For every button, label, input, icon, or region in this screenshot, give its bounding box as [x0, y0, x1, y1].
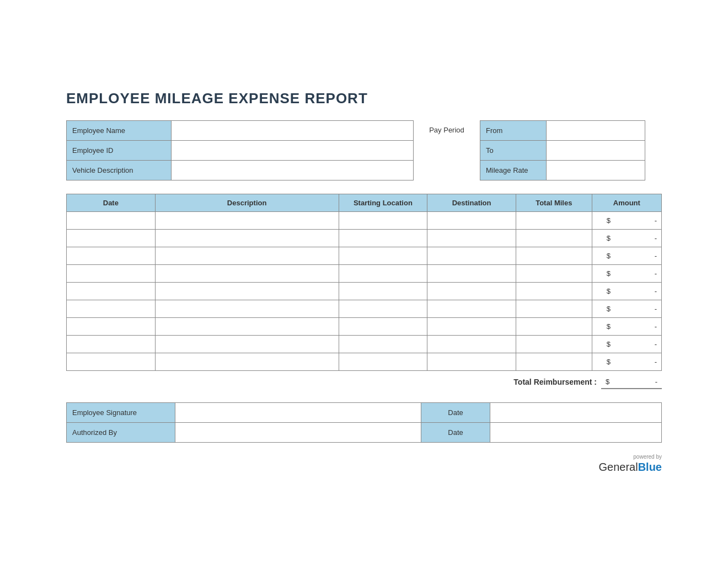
vehicle-description-value[interactable]: [171, 160, 413, 180]
row-total-miles[interactable]: [516, 247, 592, 264]
row-amount-value[interactable]: -: [613, 282, 661, 300]
row-total-miles[interactable]: [516, 282, 592, 300]
row-date[interactable]: [67, 335, 156, 353]
row-starting-location[interactable]: [339, 335, 427, 353]
table-row: $ -: [67, 247, 662, 264]
row-date[interactable]: [67, 353, 156, 370]
employee-name-row: Employee Name: [67, 120, 414, 140]
row-destination[interactable]: [427, 282, 516, 300]
row-destination[interactable]: [427, 247, 516, 264]
row-date[interactable]: [67, 211, 156, 229]
row-starting-location[interactable]: [339, 353, 427, 370]
table-header-row: Date Description Starting Location Desti…: [67, 194, 662, 211]
table-row: $ -: [67, 317, 662, 335]
row-amount-value[interactable]: -: [613, 264, 661, 282]
footer: powered by GeneralBlue: [66, 454, 662, 474]
row-total-miles[interactable]: [516, 300, 592, 317]
row-total-miles[interactable]: [516, 317, 592, 335]
row-date[interactable]: [67, 247, 156, 264]
table-row: $ -: [67, 229, 662, 247]
row-description[interactable]: [155, 335, 339, 353]
page: EMPLOYEE MILEAGE EXPENSE REPORT Employee…: [33, 68, 695, 496]
signature-table: Employee Signature Date Authorized By Da…: [66, 402, 662, 443]
col-header-description: Description: [155, 194, 339, 211]
row-amount-value[interactable]: -: [613, 247, 661, 264]
employee-name-value[interactable]: [171, 120, 413, 140]
row-date[interactable]: [67, 282, 156, 300]
authorized-by-date-value[interactable]: [490, 422, 661, 442]
row-destination[interactable]: [427, 229, 516, 247]
brand: GeneralBlue: [599, 461, 662, 473]
row-amount-value[interactable]: -: [613, 353, 661, 370]
from-value[interactable]: [546, 120, 645, 140]
row-date[interactable]: [67, 229, 156, 247]
row-starting-location[interactable]: [339, 211, 427, 229]
row-description[interactable]: [155, 282, 339, 300]
row-destination[interactable]: [427, 317, 516, 335]
brand-black: General: [599, 461, 638, 473]
total-row: Total Reimbursement : $ -: [66, 375, 662, 389]
employee-signature-row: Employee Signature Date: [67, 402, 662, 422]
row-destination[interactable]: [427, 335, 516, 353]
row-amount-value[interactable]: -: [613, 211, 661, 229]
row-amount-dollar: $: [592, 264, 613, 282]
left-fields-table: Employee Name Employee ID Vehicle Descri…: [66, 120, 414, 180]
row-amount-dollar: $: [592, 300, 613, 317]
table-row: $ -: [67, 211, 662, 229]
row-total-miles[interactable]: [516, 211, 592, 229]
row-starting-location[interactable]: [339, 317, 427, 335]
row-amount-dollar: $: [592, 282, 613, 300]
powered-by: powered by GeneralBlue: [599, 454, 662, 474]
powered-by-text: powered by: [599, 454, 662, 460]
row-date[interactable]: [67, 300, 156, 317]
row-starting-location[interactable]: [339, 282, 427, 300]
row-description[interactable]: [155, 300, 339, 317]
employee-name-label: Employee Name: [67, 120, 172, 140]
authorized-by-date-label: Date: [421, 422, 490, 442]
mileage-rate-value[interactable]: [546, 160, 645, 180]
employee-id-label: Employee ID: [67, 140, 172, 160]
mileage-rate-label: Mileage Rate: [480, 160, 547, 180]
row-total-miles[interactable]: [516, 229, 592, 247]
header-section: Employee Name Employee ID Vehicle Descri…: [66, 120, 662, 180]
row-amount-value[interactable]: -: [613, 229, 661, 247]
employee-signature-value[interactable]: [175, 402, 421, 422]
row-total-miles[interactable]: [516, 353, 592, 370]
employee-signature-label: Employee Signature: [67, 402, 175, 422]
row-date[interactable]: [67, 317, 156, 335]
row-starting-location[interactable]: [339, 300, 427, 317]
data-table: Date Description Starting Location Desti…: [66, 194, 662, 371]
total-amount: -: [612, 375, 662, 388]
from-row: From: [480, 120, 645, 140]
table-row: $ -: [67, 335, 662, 353]
employee-id-value[interactable]: [171, 140, 413, 160]
row-starting-location[interactable]: [339, 264, 427, 282]
row-date[interactable]: [67, 264, 156, 282]
row-description[interactable]: [155, 317, 339, 335]
row-destination[interactable]: [427, 264, 516, 282]
row-starting-location[interactable]: [339, 247, 427, 264]
row-amount-dollar: $: [592, 247, 613, 264]
table-row: $ -: [67, 282, 662, 300]
col-header-destination: Destination: [427, 194, 516, 211]
authorized-by-value[interactable]: [175, 422, 421, 442]
row-amount-dollar: $: [592, 317, 613, 335]
row-amount-value[interactable]: -: [613, 300, 661, 317]
row-description[interactable]: [155, 211, 339, 229]
row-description[interactable]: [155, 229, 339, 247]
row-total-miles[interactable]: [516, 264, 592, 282]
row-destination[interactable]: [427, 211, 516, 229]
row-starting-location[interactable]: [339, 229, 427, 247]
row-destination[interactable]: [427, 353, 516, 370]
employee-signature-date-value[interactable]: [490, 402, 661, 422]
to-value[interactable]: [546, 140, 645, 160]
row-amount-value[interactable]: -: [613, 335, 661, 353]
row-amount-value[interactable]: -: [613, 317, 661, 335]
row-description[interactable]: [155, 264, 339, 282]
row-description[interactable]: [155, 247, 339, 264]
row-description[interactable]: [155, 353, 339, 370]
row-total-miles[interactable]: [516, 335, 592, 353]
row-destination[interactable]: [427, 300, 516, 317]
authorized-by-label: Authorized By: [67, 422, 175, 442]
pay-period-label: Pay Period: [414, 120, 480, 134]
